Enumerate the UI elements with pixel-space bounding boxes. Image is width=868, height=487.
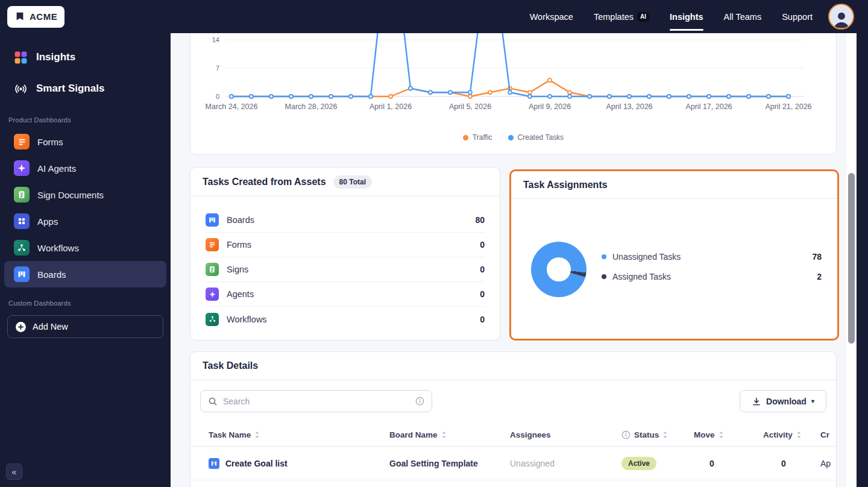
workflows-icon <box>14 240 30 256</box>
svg-text:April 5, 2026: April 5, 2026 <box>449 102 491 111</box>
cell-created-truncated: Ap <box>820 459 837 468</box>
svg-text:7: 7 <box>216 64 219 72</box>
sidebar-item-label: Apps <box>37 216 58 227</box>
acme-logo[interactable]: ACME <box>7 6 64 28</box>
asset-row-signs[interactable]: Signs 0 <box>206 257 485 282</box>
cell-move: 0 <box>694 459 763 468</box>
sidebar: Insights Smart Signals Product Dashboard… <box>0 33 171 487</box>
smart-signals-icon <box>13 81 28 96</box>
cell-task-name[interactable]: Create Goal list <box>209 458 389 469</box>
brand-name: ACME <box>30 11 57 22</box>
sidebar-item-label: Boards <box>37 269 66 280</box>
sidebar-item-label: AI Agents <box>37 163 76 174</box>
legend-unassigned-tasks: Unassigned Tasks 78 <box>602 252 822 262</box>
acme-logo-icon <box>14 11 25 22</box>
traffic-dot <box>463 135 468 140</box>
add-new-label: Add New <box>33 322 68 331</box>
download-button[interactable]: Download ▾ <box>740 390 826 412</box>
nav-support[interactable]: Support <box>782 12 813 22</box>
card-title: Task Assignments <box>523 180 608 190</box>
search-info-icon[interactable] <box>415 397 424 406</box>
cell-board-name: Goal Setting Template <box>389 459 510 468</box>
card-title: Tasks Created from Assets <box>203 177 326 187</box>
status-badge: Active <box>621 457 656 470</box>
assigned-count: 2 <box>817 272 822 281</box>
scrollbar-thumb[interactable] <box>848 173 855 344</box>
sort-icon <box>796 431 802 439</box>
sidebar-item-label: Forms <box>37 137 63 147</box>
header-task-name[interactable]: Task Name <box>209 430 389 439</box>
sort-icon <box>719 431 724 439</box>
svg-text:March 28, 2026: March 28, 2026 <box>285 102 338 111</box>
unassigned-count: 78 <box>812 252 822 262</box>
svg-text:March 24, 2026: March 24, 2026 <box>206 102 258 111</box>
forms-icon <box>14 134 30 149</box>
cell-activity: 0 <box>763 459 820 468</box>
board-icon <box>209 458 219 469</box>
boards-icon <box>206 213 219 227</box>
search-box <box>200 390 432 412</box>
section-custom-dashboards: Custom Dashboards <box>8 300 171 307</box>
sidebar-item-label: Workflows <box>37 243 79 253</box>
header-activity[interactable]: Activity <box>763 430 820 439</box>
top-bar: ACME Workspace Templates AI Insights All… <box>0 0 868 33</box>
search-icon <box>208 397 218 406</box>
sidebar-item-sign-documents[interactable]: Sign Documents <box>4 181 166 208</box>
sidebar-item-ai-agents[interactable]: AI Agents <box>4 155 166 181</box>
cell-status: Active <box>621 457 694 470</box>
info-icon[interactable] <box>621 430 631 439</box>
legend-traffic[interactable]: Traffic <box>463 133 492 142</box>
nav-templates[interactable]: Templates AI <box>594 12 649 22</box>
sidebar-item-workflows[interactable]: Workflows <box>4 234 166 261</box>
sort-icon <box>441 431 447 439</box>
nav-workspace[interactable]: Workspace <box>530 12 573 22</box>
person-icon <box>831 9 852 28</box>
workflows-icon <box>206 313 219 326</box>
task-assignments-card[interactable]: Task Assignments Unassigned Tasks 78 Ass… <box>509 169 839 341</box>
table-toolbar: Download ▾ <box>200 390 826 412</box>
nav-all-teams[interactable]: All Teams <box>724 12 762 22</box>
asset-row-workflows[interactable]: Workflows 0 <box>206 307 485 331</box>
nav-insights[interactable]: Insights <box>670 12 703 22</box>
sidebar-item-forms[interactable]: Forms <box>4 128 166 155</box>
card-title: Task Details <box>203 360 258 371</box>
table-row[interactable]: Create Goal list Goal Setting Template U… <box>190 447 836 480</box>
asset-row-agents[interactable]: Agents 0 <box>206 282 485 307</box>
sort-icon <box>254 431 260 439</box>
download-icon <box>752 397 761 406</box>
chart-legend: Traffic Created Tasks <box>190 133 836 142</box>
header-assignees[interactable]: Assignees <box>510 430 621 439</box>
sidebar-item-boards[interactable]: Boards <box>4 261 166 287</box>
donut-legend: Unassigned Tasks 78 Assigned Tasks 2 <box>602 252 822 281</box>
sidebar-item-insights[interactable]: Insights <box>0 42 171 73</box>
insights-icon <box>13 50 28 65</box>
add-new-button[interactable]: Add New <box>7 315 163 338</box>
sidebar-item-label: Smart Signals <box>36 83 104 95</box>
cell-assignees: Unassigned <box>510 459 621 468</box>
svg-text:14: 14 <box>212 36 219 43</box>
svg-text:April 17, 2026: April 17, 2026 <box>685 102 732 111</box>
asset-row-forms[interactable]: Forms 0 <box>206 233 485 257</box>
ai-badge: AI <box>637 12 649 22</box>
svg-text:0: 0 <box>216 93 219 100</box>
total-badge: 80 Total <box>333 175 372 189</box>
sort-icon <box>662 431 668 439</box>
chevron-down-icon: ▾ <box>811 398 814 404</box>
svg-text:April 9, 2026: April 9, 2026 <box>529 102 571 111</box>
line-chart: 0714March 24, 2026March 28, 2026April 1,… <box>190 33 836 118</box>
svg-text:April 1, 2026: April 1, 2026 <box>370 102 412 111</box>
header-move[interactable]: Move <box>694 430 763 439</box>
boards-icon <box>14 266 30 282</box>
collapse-sidebar-button[interactable]: « <box>6 463 22 480</box>
user-avatar[interactable] <box>828 4 854 30</box>
sidebar-item-smart-signals[interactable]: Smart Signals <box>0 73 171 104</box>
sidebar-item-apps[interactable]: Apps <box>4 208 166 234</box>
legend-created-tasks[interactable]: Created Tasks <box>508 133 564 142</box>
scrollbar-track[interactable] <box>846 33 857 487</box>
header-created-truncated[interactable]: Cr <box>820 430 837 439</box>
header-board-name[interactable]: Board Name <box>389 430 510 439</box>
header-status[interactable]: Status <box>621 430 694 439</box>
asset-row-boards[interactable]: Boards 80 <box>206 208 485 233</box>
search-input[interactable] <box>223 397 410 406</box>
plus-circle-icon <box>15 321 27 333</box>
